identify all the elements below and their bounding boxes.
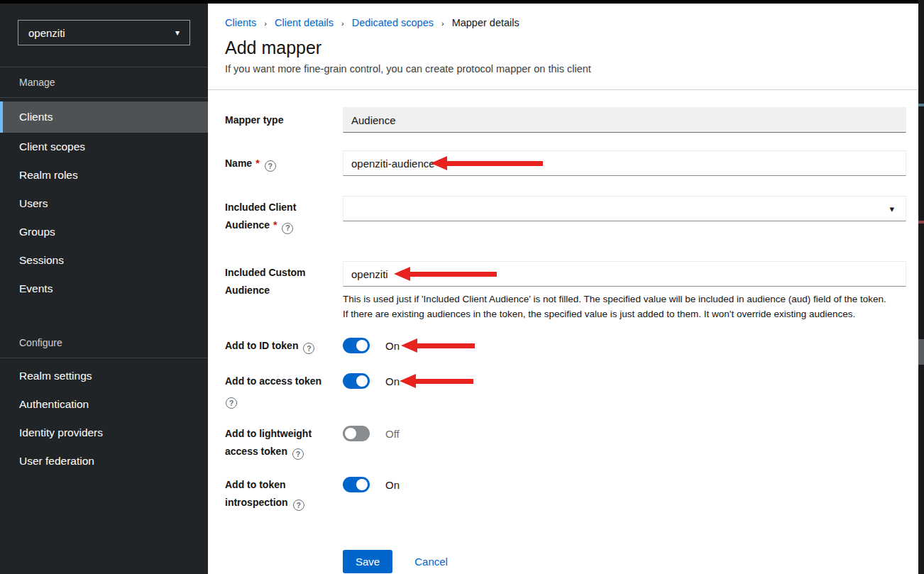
sidebar-item-authentication[interactable]: Authentication bbox=[0, 390, 208, 419]
save-button[interactable]: Save bbox=[343, 550, 392, 573]
sidebar-item-label: Realm settings bbox=[19, 370, 92, 382]
label-line2: Audience bbox=[225, 282, 343, 299]
scrollbar-marker bbox=[918, 221, 924, 223]
sidebar-item-label: Identity providers bbox=[19, 426, 103, 439]
field-helper-text: This is used just if 'Included Client Au… bbox=[343, 292, 906, 321]
help-icon[interactable]: ? bbox=[292, 448, 304, 460]
main-content: Clients › Client details › Dedicated sco… bbox=[208, 0, 924, 574]
toggle-knob bbox=[356, 479, 368, 490]
page-title: Add mapper bbox=[225, 38, 906, 58]
toggle-state-label: On bbox=[385, 340, 400, 352]
breadcrumb-mapper-details: Mapper details bbox=[452, 17, 519, 28]
name-label: Name*? bbox=[225, 150, 343, 176]
sidebar-item-label: Client scopes bbox=[19, 140, 85, 153]
sidebar-item-label: Clients bbox=[19, 111, 53, 123]
sidebar-item-realm-settings[interactable]: Realm settings bbox=[0, 362, 208, 390]
help-icon[interactable]: ? bbox=[303, 343, 314, 354]
scrollbar-thumb[interactable] bbox=[918, 339, 924, 365]
sidebar-item-realm-roles[interactable]: Realm roles bbox=[0, 161, 208, 189]
toggle-state-label: On bbox=[385, 479, 400, 491]
sidebar-item-label: User federation bbox=[19, 455, 94, 468]
add-to-access-token-field: On bbox=[343, 373, 906, 409]
form-actions: Save Cancel bbox=[343, 550, 906, 573]
cancel-button[interactable]: Cancel bbox=[414, 556, 448, 568]
chevron-right-icon: › bbox=[264, 18, 267, 28]
breadcrumb-dedicated-scopes[interactable]: Dedicated scopes bbox=[352, 17, 434, 28]
toggle-knob bbox=[345, 428, 356, 439]
chevron-down-icon: ▾ bbox=[175, 28, 180, 38]
help-icon[interactable]: ? bbox=[265, 160, 276, 172]
realm-selector[interactable]: openziti ▾ bbox=[18, 20, 190, 45]
sidebar-item-clients[interactable]: Clients bbox=[0, 101, 208, 133]
page-subtitle: If you want more fine-grain control, you… bbox=[225, 63, 906, 74]
toggle-knob bbox=[356, 340, 368, 351]
breadcrumb: Clients › Client details › Dedicated sco… bbox=[225, 17, 906, 28]
sidebar-item-label: Events bbox=[19, 282, 53, 295]
add-to-lightweight-access-token-row: Add to lightweight access token? Off bbox=[225, 426, 906, 460]
toggle-state-label: Off bbox=[385, 428, 400, 440]
helper-line2: If there are existing audiences in the t… bbox=[343, 307, 906, 321]
sidebar-item-sessions[interactable]: Sessions bbox=[0, 246, 208, 275]
sidebar-item-user-federation[interactable]: User federation bbox=[0, 447, 208, 475]
add-to-id-token-field: On bbox=[343, 338, 906, 354]
sidebar-item-label: Realm roles bbox=[19, 169, 78, 182]
sidebar-item-groups[interactable]: Groups bbox=[0, 218, 208, 246]
nav-list-manage: Clients Client scopes Realm roles Users … bbox=[0, 98, 208, 303]
nav-group-configure-label: Configure bbox=[19, 337, 62, 348]
name-input[interactable] bbox=[343, 150, 906, 176]
sidebar-item-users[interactable]: Users bbox=[0, 189, 208, 218]
sidebar-item-identity-providers[interactable]: Identity providers bbox=[0, 419, 208, 447]
realm-selector-area: openziti ▾ bbox=[0, 0, 208, 67]
add-to-token-introspection-row: Add to token introspection? On bbox=[225, 477, 906, 511]
toggle-knob bbox=[356, 375, 368, 387]
sidebar-item-label: Users bbox=[19, 197, 48, 210]
scrollbar-marker bbox=[918, 104, 924, 106]
add-to-id-token-label: Add to ID token? bbox=[225, 338, 343, 354]
label-line2: ? bbox=[225, 392, 343, 409]
sidebar: openziti ▾ Manage Clients Client scopes … bbox=[0, 0, 208, 574]
mapper-type-field bbox=[343, 107, 906, 133]
chevron-right-icon: › bbox=[441, 18, 444, 28]
required-asterisk: * bbox=[273, 219, 277, 231]
name-field-wrap bbox=[343, 150, 906, 176]
helper-line1: This is used just if 'Included Client Au… bbox=[343, 292, 906, 307]
breadcrumb-client-details[interactable]: Client details bbox=[275, 17, 334, 28]
add-to-token-introspection-toggle[interactable] bbox=[343, 477, 370, 492]
included-custom-audience-input[interactable] bbox=[343, 261, 906, 287]
included-client-audience-label: Included Client Audience*? bbox=[225, 196, 343, 234]
included-client-audience-select[interactable]: ▾ bbox=[343, 196, 906, 221]
required-asterisk: * bbox=[255, 158, 259, 169]
sidebar-item-client-scopes[interactable]: Client scopes bbox=[0, 133, 208, 161]
add-to-lightweight-access-token-toggle[interactable] bbox=[343, 426, 370, 441]
add-to-access-token-label: Add to access token ? bbox=[225, 373, 343, 409]
sidebar-item-label: Groups bbox=[19, 226, 55, 238]
help-icon[interactable]: ? bbox=[293, 500, 304, 511]
chevron-down-icon: ▾ bbox=[889, 204, 894, 214]
toggle-state-label: On bbox=[385, 375, 400, 387]
label-line2: Audience*? bbox=[225, 216, 343, 234]
add-to-lightweight-access-token-field: Off bbox=[343, 426, 906, 460]
label-line2: access token? bbox=[225, 443, 343, 460]
label-line1: Included Custom bbox=[225, 264, 343, 282]
vertical-scrollbar[interactable] bbox=[918, 0, 924, 574]
name-label-text: Name bbox=[225, 158, 252, 169]
add-mapper-form: Mapper type Name*? Included Client bbox=[208, 90, 924, 573]
help-icon[interactable]: ? bbox=[282, 223, 293, 234]
masthead-strip bbox=[0, 0, 924, 4]
included-client-audience-field-wrap: ▾ bbox=[343, 196, 906, 234]
add-to-id-token-toggle[interactable] bbox=[343, 338, 370, 353]
label-line2: introspection? bbox=[225, 494, 343, 511]
add-to-id-token-row: Add to ID token? On bbox=[225, 338, 906, 354]
page-header: Clients › Client details › Dedicated sco… bbox=[208, 0, 924, 90]
name-row: Name*? bbox=[225, 150, 906, 176]
nav-group-configure: Configure bbox=[0, 328, 208, 358]
add-to-lightweight-access-token-label: Add to lightweight access token? bbox=[225, 426, 343, 460]
included-client-audience-row: Included Client Audience*? ▾ bbox=[225, 196, 906, 234]
nav-group-manage: Manage bbox=[0, 67, 208, 98]
add-to-token-introspection-field: On bbox=[343, 477, 906, 511]
add-to-access-token-toggle[interactable] bbox=[343, 373, 370, 389]
help-icon[interactable]: ? bbox=[226, 397, 237, 409]
mapper-type-label-text: Mapper type bbox=[225, 114, 283, 126]
breadcrumb-clients[interactable]: Clients bbox=[225, 17, 256, 28]
sidebar-item-events[interactable]: Events bbox=[0, 275, 208, 303]
